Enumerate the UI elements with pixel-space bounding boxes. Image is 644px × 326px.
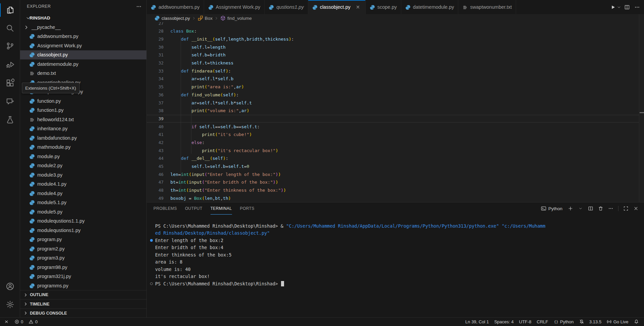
split-editor-button[interactable] bbox=[623, 3, 631, 11]
code-line-41[interactable]: 41 print("it's cube!") bbox=[147, 131, 639, 139]
tab-addtwonumbers.py[interactable]: addtwonumbers.py bbox=[147, 0, 204, 14]
new-terminal-button[interactable] bbox=[566, 204, 574, 213]
line-number[interactable]: 45 bbox=[147, 164, 164, 169]
panel-tab-ports[interactable]: PORTS bbox=[240, 202, 255, 215]
code-line-36[interactable]: 36 def find_volume(self): bbox=[147, 91, 639, 99]
file-Assignment Work.py[interactable]: Assignment Work.py bbox=[20, 41, 146, 50]
file-module3.py[interactable]: module3.py bbox=[20, 170, 146, 180]
statusbar-python-version[interactable]: 3.13.5 bbox=[587, 318, 604, 326]
statusbar-warnings[interactable]: 0 bbox=[26, 318, 40, 326]
file-module4.py[interactable]: module4.py bbox=[20, 189, 146, 198]
section-timeline[interactable]: TIMELINE bbox=[20, 299, 146, 308]
code-line-39[interactable]: 39 bbox=[147, 115, 639, 123]
line-number[interactable]: 40 bbox=[147, 124, 164, 129]
line-number[interactable]: 29 bbox=[147, 37, 164, 42]
overview-ruler[interactable] bbox=[639, 14, 644, 202]
statusbar-bell-slash[interactable] bbox=[577, 318, 587, 326]
activitybar-search[interactable] bbox=[0, 20, 20, 36]
kill-terminal-button[interactable] bbox=[597, 204, 605, 213]
code-editor[interactable]: 2728class Box:29 def __init__(self,lengt… bbox=[147, 14, 639, 202]
tab-close-icon[interactable] bbox=[355, 4, 361, 10]
command-decoration-icon[interactable] bbox=[150, 239, 153, 242]
code-line-38[interactable]: 38 print("volume is:",ar) bbox=[147, 107, 639, 115]
file-addtwonumbers.py[interactable]: addtwonumbers.py bbox=[20, 32, 146, 41]
code-line-47[interactable]: 47bt=int(input("Enter bridth of the box:… bbox=[147, 178, 639, 186]
tab-datetimemodule.py[interactable]: datetimemodule.py bbox=[401, 0, 459, 14]
activitybar-run-debug[interactable] bbox=[0, 56, 20, 73]
statusbar-errors[interactable]: 0 bbox=[12, 318, 26, 326]
code-line-49[interactable]: 49boxobj = Box(len,bt,th) bbox=[147, 194, 639, 202]
file-program321j.py[interactable]: program321j.py bbox=[20, 272, 146, 281]
file-helloworld124.txt[interactable]: helloworld124.txt bbox=[20, 115, 146, 124]
code-line-40[interactable]: 40 if self.l==self.b==self.t: bbox=[147, 123, 639, 131]
line-number[interactable]: 41 bbox=[147, 132, 164, 137]
file-inheritance.py[interactable]: inheritance.py bbox=[20, 124, 146, 134]
breadcrumb-find_volume[interactable]: find_volume bbox=[220, 15, 252, 21]
more-actions-icon[interactable] bbox=[136, 3, 142, 9]
file-classobject.py[interactable]: classobject.py bbox=[20, 50, 146, 60]
line-number[interactable]: 46 bbox=[147, 172, 164, 177]
line-number[interactable]: 43 bbox=[147, 148, 164, 153]
line-number[interactable]: 42 bbox=[147, 140, 164, 145]
file-module5.py[interactable]: module5.py bbox=[20, 207, 146, 217]
code-line-35[interactable]: 35 print("area is:",ar) bbox=[147, 83, 639, 91]
command-decoration-outline-icon[interactable] bbox=[150, 282, 153, 285]
close-panel-button[interactable] bbox=[632, 204, 640, 213]
line-number[interactable]: 31 bbox=[147, 52, 164, 57]
statusbar-notifications[interactable] bbox=[631, 318, 642, 326]
code-line-42[interactable]: 42 else: bbox=[147, 139, 639, 147]
file-function1.py[interactable]: function1.py bbox=[20, 106, 146, 115]
tab-Assignment Work.py[interactable]: Assignment Work.py bbox=[204, 0, 265, 14]
code-line-43[interactable]: 43 print("it's rectacular box!") bbox=[147, 146, 639, 154]
line-number[interactable]: 47 bbox=[147, 180, 164, 185]
activitybar-source-control[interactable] bbox=[0, 38, 20, 54]
file-modulequstions1.1.py[interactable]: modulequstions1.1.py bbox=[20, 217, 146, 226]
line-number[interactable]: 33 bbox=[147, 68, 164, 74]
code-line-33[interactable]: 33 def findarea(self): bbox=[147, 67, 639, 75]
statusbar-eol[interactable]: CRLF bbox=[534, 318, 551, 326]
file-module5.1.py[interactable]: module5.1.py bbox=[20, 198, 146, 207]
code-line-45[interactable]: 45 self.l=self.b=self.t=0 bbox=[147, 162, 639, 171]
statusbar-encoding[interactable]: UTF-8 bbox=[516, 318, 534, 326]
file-program2.py[interactable]: program2.py bbox=[20, 244, 146, 253]
line-number[interactable]: 30 bbox=[147, 45, 164, 50]
line-number[interactable]: 28 bbox=[147, 29, 164, 34]
code-line-48[interactable]: 48th=int(input("Enter thinkness of the b… bbox=[147, 186, 639, 194]
file-mathmodule.py[interactable]: mathmodule.py bbox=[20, 143, 146, 152]
statusbar-go-live[interactable]: Go Live bbox=[604, 318, 631, 326]
more-actions-button[interactable] bbox=[633, 3, 641, 11]
code-line-44[interactable]: 44 def __del__(self): bbox=[147, 154, 639, 162]
file-programms.py[interactable]: programms.py bbox=[20, 281, 146, 290]
tab-classobject.py[interactable]: classobject.py bbox=[308, 0, 366, 14]
line-number[interactable]: 35 bbox=[147, 84, 164, 89]
panel-more-button[interactable] bbox=[607, 204, 615, 213]
panel-tab-output[interactable]: OUTPUT bbox=[185, 202, 202, 215]
line-number[interactable]: 44 bbox=[147, 156, 164, 161]
statusbar-remote-indicator[interactable] bbox=[1, 318, 12, 326]
code-line-30[interactable]: 30 self.l=length bbox=[147, 43, 639, 51]
file-module.py[interactable]: module.py bbox=[20, 152, 146, 161]
file-lambdafunction.py[interactable]: lambdafunction.py bbox=[20, 133, 146, 143]
run-dropdown[interactable] bbox=[616, 3, 621, 11]
line-number[interactable]: 37 bbox=[147, 100, 164, 105]
panel-tab-terminal[interactable]: TERMINAL bbox=[211, 202, 232, 215]
code-line-32[interactable]: 32 self.t=thickness bbox=[147, 59, 639, 67]
activitybar-files[interactable] bbox=[0, 2, 20, 18]
activitybar-extensions[interactable] bbox=[0, 75, 20, 91]
section-debug-console[interactable]: DEBUG CONSOLE bbox=[20, 309, 146, 318]
panel-tab-problems[interactable]: PROBLEMS bbox=[153, 202, 177, 215]
statusbar-cursor-position[interactable]: Ln 39, Col 1 bbox=[463, 318, 492, 326]
statusbar-indentation[interactable]: Spaces: 4 bbox=[492, 318, 516, 326]
code-line-34[interactable]: 34 ar=self.l*self.b bbox=[147, 75, 639, 83]
tab-swaptwonumber.txt[interactable]: swaptwonumber.txt bbox=[458, 0, 516, 14]
activitybar-chat[interactable] bbox=[0, 93, 20, 109]
breadcrumb-Box[interactable]: Box bbox=[198, 15, 213, 21]
file-datetimemodule.py[interactable]: datetimemodule.py bbox=[20, 59, 146, 69]
statusbar-language-mode[interactable]: {}Python bbox=[551, 318, 577, 326]
file-program3.py[interactable]: program3.py bbox=[20, 253, 146, 263]
activitybar-beaker[interactable] bbox=[0, 112, 20, 128]
section-outline[interactable]: OUTLINE bbox=[20, 290, 146, 299]
line-number[interactable]: 34 bbox=[147, 76, 164, 81]
activitybar-gear[interactable] bbox=[0, 296, 20, 313]
maximize-panel-button[interactable] bbox=[622, 204, 630, 213]
